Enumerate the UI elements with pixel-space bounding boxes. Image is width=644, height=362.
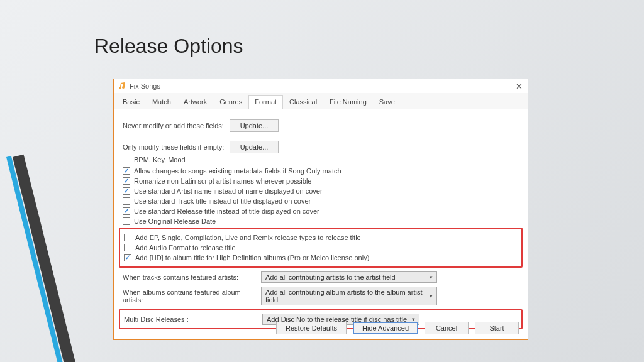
checkbox-row: Allow changes to songs existing metadata… [123, 167, 519, 175]
checkbox[interactable] [123, 207, 130, 215]
app-icon [118, 82, 126, 90]
checkbox-label: Use standard Release title instead of ti… [134, 207, 319, 215]
checkbox-row: Use standard Track title instead of titl… [123, 197, 519, 205]
featured-album-value: Add all contributing album artists to th… [265, 288, 430, 304]
only-modify-update-button[interactable]: Update... [230, 141, 279, 153]
restore-defaults-button[interactable]: Restore Defaults [276, 322, 347, 334]
tab-artwork[interactable]: Artwork [177, 95, 213, 109]
tab-format[interactable]: Format [248, 95, 283, 109]
titlebar: Fix Songs ✕ [114, 79, 528, 93]
checkbox-label: Romanize non-Latin script artist names w… [134, 177, 311, 185]
multi-disc-label: Multi Disc Releases : [124, 315, 262, 323]
featured-album-row: When albums contains featured album arti… [123, 287, 519, 305]
chevron-down-icon: ▾ [430, 293, 433, 299]
checkbox-row: Add [HD] to album title for High Definit… [124, 254, 518, 261]
checkbox-label: Allow changes to songs existing metadata… [134, 167, 341, 175]
window-title: Fix Songs [130, 82, 514, 90]
only-modify-values: BPM, Key, Mood [134, 156, 519, 163]
slide-title: Release Options [94, 35, 243, 58]
tab-save[interactable]: Save [373, 95, 401, 109]
checkbox-row: Use standard Artist name instead of name… [123, 187, 519, 195]
featured-artists-select[interactable]: Add all contributing artists to the arti… [261, 272, 437, 283]
checkbox-label: Use standard Artist name instead of name… [134, 187, 323, 195]
featured-artists-label: When tracks contains featured artists: [123, 273, 261, 281]
highlighted-release-options: Add EP, Single, Compilation, Live and Re… [119, 228, 523, 268]
close-icon[interactable]: ✕ [514, 82, 524, 91]
checkbox[interactable] [123, 177, 130, 185]
featured-album-select[interactable]: Add all contributing album artists to th… [261, 287, 437, 305]
never-modify-update-button[interactable]: Update... [230, 119, 279, 132]
chevron-down-icon: ▾ [430, 274, 433, 280]
checkbox-row: Add Audio Format to release title [124, 244, 518, 251]
start-button[interactable]: Start [475, 322, 519, 334]
checkbox[interactable] [124, 234, 131, 241]
checkbox[interactable] [124, 254, 131, 261]
tab-file-naming[interactable]: File Naming [323, 95, 373, 109]
checkbox[interactable] [123, 217, 130, 225]
checkbox[interactable] [123, 167, 130, 175]
cancel-button[interactable]: Cancel [425, 322, 469, 334]
only-modify-row: Only modify these fields if empty: Updat… [123, 141, 519, 153]
featured-artists-row: When tracks contains featured artists: A… [123, 272, 519, 283]
never-modify-row: Never modify or add these fields: Update… [123, 119, 519, 132]
tab-bar: BasicMatchArtworkGenresFormatClassicalFi… [114, 93, 528, 109]
checkbox-label: Use Original Release Date [134, 217, 216, 225]
checkbox[interactable] [124, 244, 131, 251]
checkbox-row: Romanize non-Latin script artist names w… [123, 177, 519, 185]
checkbox-label: Add EP, Single, Compilation, Live and Re… [135, 234, 361, 241]
checkbox[interactable] [123, 197, 130, 205]
checkbox-label: Add Audio Format to release title [135, 244, 236, 251]
tab-content-format: Never modify or add these fields: Update… [114, 109, 528, 337]
tab-genres[interactable]: Genres [213, 95, 248, 109]
featured-album-label: When albums contains featured album arti… [123, 288, 261, 304]
fix-songs-window: Fix Songs ✕ BasicMatchArtworkGenresForma… [113, 79, 528, 340]
tab-classical[interactable]: Classical [283, 95, 323, 109]
checkbox-row: Add EP, Single, Compilation, Live and Re… [124, 234, 518, 241]
checkbox-row: Use Original Release Date [123, 217, 519, 225]
checkbox[interactable] [123, 187, 130, 195]
tab-basic[interactable]: Basic [116, 95, 146, 109]
only-modify-label: Only modify these fields if empty: [123, 143, 230, 151]
checkbox-list: Allow changes to songs existing metadata… [123, 167, 519, 225]
dialog-footer: Restore Defaults Hide Advanced Cancel St… [276, 322, 519, 334]
hide-advanced-button[interactable]: Hide Advanced [353, 322, 418, 334]
checkbox-label: Use standard Track title instead of titl… [134, 197, 311, 205]
never-modify-label: Never modify or add these fields: [123, 122, 230, 129]
tab-match[interactable]: Match [146, 95, 177, 109]
checkbox-row: Use standard Release title instead of ti… [123, 207, 519, 215]
checkbox-label: Add [HD] to album title for High Definit… [135, 254, 369, 261]
featured-artists-value: Add all contributing artists to the arti… [265, 273, 396, 281]
